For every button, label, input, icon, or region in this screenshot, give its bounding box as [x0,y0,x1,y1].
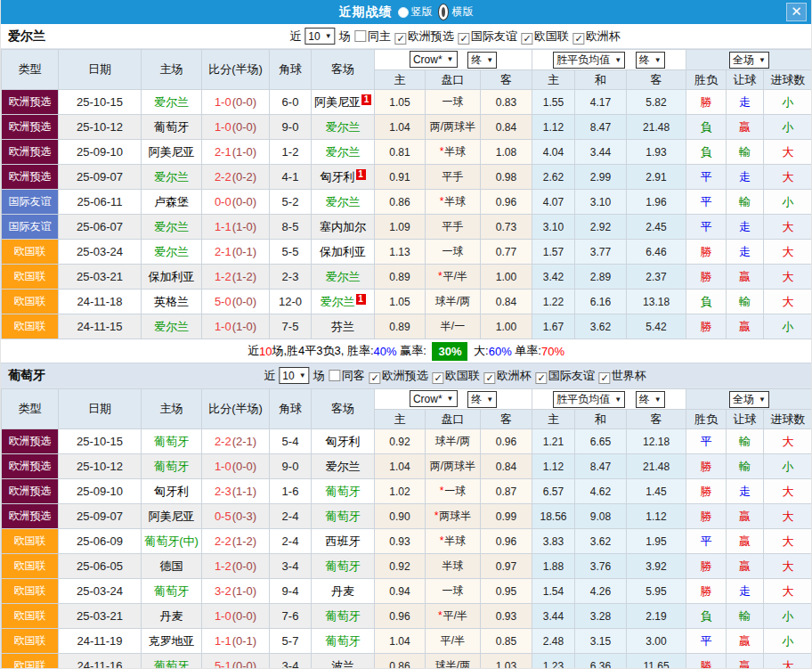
match-row: 欧国联25-06-05德国1-2(0-0)3-4葡萄牙0.92半球0.971.8… [2,554,812,579]
corner-score: 2-4 [270,529,312,554]
same-venue-checkbox[interactable] [329,370,341,381]
col-handicap: 盘口 [426,410,481,429]
mean-away-odds: 13.18 [627,290,686,314]
mean-away-odds: 3.92 [627,554,686,579]
same-venue-checkbox[interactable] [355,30,367,42]
away-odds: 0.96 [481,529,532,554]
handicap: *半球 [426,140,481,165]
competition-label: 欧洲预选 [408,29,454,43]
mean-home-odds: 1.22 [532,290,575,314]
summary-text: 70% [541,345,564,358]
competition-checkbox[interactable]: ✓ [522,33,533,45]
goals-result: 大 [764,429,812,454]
handicap-result: 輸 [727,140,764,165]
wdl-result: 負 [686,140,727,165]
away-team: 葡萄牙 [312,479,375,504]
section-bar-portugal: 葡萄牙 近 10▼ 场 同客 ✓欧洲预选✓欧国联✓欧洲杯✓国际友谊✓世界杯 [1,363,811,388]
away-team: 爱尔兰 [312,265,375,290]
wdl-result: 平 [686,529,727,554]
summary-0: 近10场,胜4平3负3, 胜率:40% 赢率: 30% 大:60% 单率:70% [1,339,811,363]
handicap: 半球 [426,554,481,579]
odds-provider-select[interactable]: Crow*▼ [410,390,458,407]
match-row: 欧国联25-03-21保加利亚1-2(1-2)2-3爱尔兰0.89*平/半1.0… [2,265,812,290]
match-date: 25-10-12 [59,454,142,479]
match-score: 2-1(0-1) [202,240,270,265]
away-odds: 0.93 [481,604,532,629]
away-odds: 1.03 [481,654,532,669]
match-row: 欧国联24-11-19克罗地亚1-1(0-1)5-7葡萄牙1.04平/半0.85… [2,629,812,654]
match-row: 欧洲预选25-10-15爱尔兰1-0(0-0)6-0阿美尼亚11.05一球0.8… [2,90,812,115]
scope-select[interactable]: 全场▼ [729,391,769,408]
match-score: 0-5(0-3) [202,504,270,529]
wdl-result: 勝 [686,554,727,579]
radio-icon[interactable] [398,7,409,18]
col-date: 日期 [59,389,142,429]
handicap-result: 走 [727,215,764,240]
section-bar-ireland: 爱尔兰 近 10▼ 场 同主 ✓欧洲预选✓国际友谊✓欧国联✓欧洲杯 [1,24,811,49]
competition-checkbox[interactable]: ✓ [599,372,611,384]
wdl-result: 平 [686,215,727,240]
competition-checkbox[interactable]: ✓ [484,372,496,384]
mean-final-select[interactable]: 终▼ [636,52,665,69]
odds-final-select[interactable]: 终▼ [467,391,497,408]
handicap-result: 輸 [727,454,764,479]
odds-final-select[interactable]: 终▼ [467,52,497,69]
mean-odds-select[interactable]: 胜平负均值▼ [553,391,625,408]
scope-select[interactable]: 全场▼ [729,52,769,69]
competition-checkbox[interactable]: ✓ [573,33,585,45]
match-score: 1-1(1-0) [202,215,270,240]
competition-checkbox[interactable]: ✓ [369,372,381,384]
away-team: 保加利亚 [312,240,375,265]
wdl-result: 勝 [686,654,727,669]
layout-radio-horizontal[interactable]: 横版 [434,4,474,20]
mean-final-select[interactable]: 终▼ [636,391,665,408]
competition-checkbox[interactable]: ✓ [459,33,470,45]
corner-score: 12-0 [270,290,312,314]
home-team: 爱尔兰 [142,165,202,190]
col-corner: 角球 [270,389,312,429]
home-team: 爱尔兰 [142,90,202,115]
competition-checkbox[interactable]: ✓ [536,372,548,384]
odds-provider-select[interactable]: Crow*▼ [410,51,458,68]
competition-checkbox[interactable]: ✓ [433,372,444,384]
layout-radio-vertical[interactable]: 竖版 [394,4,433,20]
mean-draw-odds: 4.17 [575,90,627,115]
star-icon: * [440,195,444,208]
competition-checkbox[interactable]: ✓ [395,33,407,45]
close-icon[interactable]: ✕ [786,3,807,21]
mean-odds-select[interactable]: 胜平负均值▼ [553,52,625,69]
mean-home-odds: 1.55 [532,90,575,115]
handicap-result: 輸 [727,429,764,454]
scope-group: 全场▼ [686,389,812,410]
competition-filters-0: ✓欧洲预选✓国际友谊✓欧国联✓欧洲杯 [391,29,621,45]
match-score: 1-0(1-0) [202,314,270,339]
match-date: 25-09-07 [59,165,142,190]
corner-score: 4-1 [270,165,312,190]
away-team: 塞内加尔 [312,215,375,240]
radio-selected-icon[interactable] [438,4,449,20]
col-handicap: 盘口 [426,70,481,90]
match-date: 25-03-24 [59,240,142,265]
wdl-result: 平 [686,429,727,454]
home-odds: 0.90 [375,504,426,529]
mean-away-odds: 2.19 [627,604,686,629]
home-odds: 1.05 [375,290,426,314]
handicap-result: 贏 [727,529,764,554]
handicap-result: 走 [727,90,764,115]
home-odds: 0.86 [375,190,426,215]
mean-home-odds: 1.23 [532,654,575,669]
mean-draw-odds: 6.65 [575,429,627,454]
handicap-result: 走 [727,165,764,190]
handicap-result: 輸 [727,290,764,314]
home-team: 英格兰 [142,290,202,314]
home-odds: 0.91 [375,165,426,190]
match-row: 欧国联24-11-18英格兰5-0(0-0)12-0爱尔兰11.05球半/两0.… [2,290,812,314]
mean-home-odds: 2.62 [532,165,575,190]
goals-result: 小 [764,190,812,215]
corner-score: 1-6 [270,479,312,504]
away-team: 爱尔兰 [312,140,375,165]
recent-count-select[interactable]: 10▼ [279,367,309,384]
mean-draw-odds: 2.99 [575,165,627,190]
match-row: 欧洲预选25-10-12葡萄牙1-0(0-0)9-0爱尔兰1.04两/两球半0.… [2,115,812,140]
recent-count-select[interactable]: 10▼ [304,28,335,45]
